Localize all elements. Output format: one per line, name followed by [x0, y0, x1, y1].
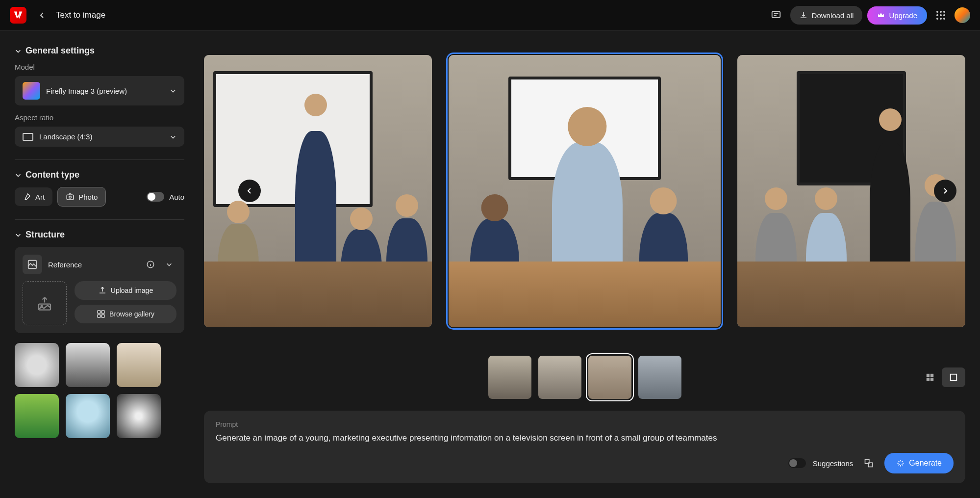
prompt-actions: Suggestions Generate: [216, 453, 954, 473]
prompt-text[interactable]: Generate an image of a young, marketing …: [216, 432, 954, 444]
thumbnail[interactable]: [488, 356, 531, 399]
grid-view-button[interactable]: [918, 367, 942, 387]
gallery-icon: [97, 310, 105, 318]
general-settings-header[interactable]: General settings: [15, 46, 184, 56]
image-placeholder: [449, 55, 721, 327]
art-type-button[interactable]: Art: [15, 187, 52, 206]
chevron-left-icon: [246, 187, 253, 195]
svg-rect-0: [772, 12, 780, 18]
content-type-row: Art Photo Auto: [15, 187, 184, 207]
aspect-select[interactable]: Landscape (4:3): [15, 127, 184, 147]
reference-actions: [142, 256, 176, 273]
preset-grid: [15, 343, 184, 438]
upgrade-button[interactable]: Upgrade: [867, 6, 927, 25]
divider: [15, 159, 184, 160]
svg-point-7: [936, 18, 938, 20]
chevron-right-icon: [941, 187, 949, 195]
chevron-down-icon: [15, 172, 22, 179]
gallery-prev-button[interactable]: [238, 180, 261, 202]
upload-image-button[interactable]: Upload image: [75, 281, 176, 300]
generate-button[interactable]: Generate: [884, 453, 954, 473]
browse-gallery-button[interactable]: Browse gallery: [75, 305, 176, 323]
comment-icon: [771, 10, 781, 21]
chevron-down-icon: [170, 133, 176, 140]
model-label: Model: [15, 63, 184, 71]
apps-grid-icon: [936, 10, 946, 20]
chevron-down-icon: [170, 87, 176, 94]
preset-thumb[interactable]: [15, 394, 59, 438]
gallery-next-button[interactable]: [934, 180, 956, 202]
auto-label: Auto: [169, 193, 184, 201]
download-all-label: Download all: [812, 11, 854, 20]
content-area: Prompt Generate an image of a young, mar…: [199, 31, 980, 498]
thumbnail-active[interactable]: [588, 356, 631, 399]
general-settings-title: General settings: [25, 46, 95, 56]
reference-icon: [27, 259, 38, 270]
structure-title: Structure: [25, 230, 65, 240]
upload-dropzone[interactable]: [23, 281, 67, 325]
reference-body: Upload image Browse gallery: [23, 281, 176, 325]
preset-thumb[interactable]: [117, 394, 161, 438]
reference-expand-button[interactable]: [162, 256, 176, 273]
aspect-value: Landscape (4:3): [39, 132, 92, 141]
aspect-rect-icon: [23, 133, 33, 141]
preset-thumb[interactable]: [117, 343, 161, 387]
suggestions-toggle[interactable]: [788, 458, 806, 468]
svg-point-3: [943, 11, 945, 13]
photo-type-button[interactable]: Photo: [57, 187, 106, 207]
prompt-label: Prompt: [216, 420, 954, 428]
thumbnail[interactable]: [538, 356, 581, 399]
adobe-logo[interactable]: [10, 7, 26, 24]
svg-rect-20: [927, 374, 930, 377]
aspect-label: Aspect ratio: [15, 113, 184, 122]
app-header: Text to image Download all Upgrade: [0, 0, 980, 31]
sparkle-icon: [896, 459, 905, 468]
generated-image-selected[interactable]: [449, 55, 721, 327]
apps-grid-button[interactable]: [932, 6, 950, 24]
svg-rect-18: [98, 315, 100, 317]
svg-point-1: [936, 11, 938, 13]
svg-point-11: [69, 196, 72, 199]
content-type-section: Content type Art Photo Auto: [15, 170, 184, 207]
model-thumb: [23, 82, 40, 100]
upload-image-label: Upload image: [111, 287, 153, 294]
main-layout: General settings Model Firefly Image 3 (…: [0, 31, 980, 498]
user-avatar[interactable]: [955, 7, 970, 23]
chevron-down-icon: [15, 48, 22, 54]
single-view-button[interactable]: [942, 367, 965, 387]
content-type-title: Content type: [25, 170, 79, 180]
generated-image[interactable]: [737, 55, 965, 327]
view-toggle: [918, 367, 965, 387]
grid-icon: [926, 373, 934, 382]
reference-buttons: Upload image Browse gallery: [75, 281, 176, 323]
structure-header[interactable]: Structure: [15, 230, 184, 240]
model-select[interactable]: Firefly Image 3 (preview): [15, 76, 184, 105]
header-actions: Download all Upgrade: [767, 6, 970, 25]
upload-icon: [98, 286, 107, 295]
svg-point-2: [940, 11, 942, 13]
generate-label: Generate: [909, 459, 942, 468]
general-settings-section: General settings Model Firefly Image 3 (…: [15, 46, 184, 147]
content-type-header[interactable]: Content type: [15, 170, 184, 180]
upload-image-icon: [36, 294, 53, 312]
reference-icon-box: [23, 255, 42, 274]
preset-thumb[interactable]: [66, 343, 110, 387]
comments-button[interactable]: [767, 6, 785, 25]
thumbnail-row: [204, 356, 965, 399]
single-icon: [949, 373, 958, 382]
preset-thumb[interactable]: [66, 394, 110, 438]
svg-point-6: [943, 14, 945, 16]
thumbnail[interactable]: [638, 356, 681, 399]
reference-header: Reference: [23, 255, 176, 274]
download-all-button[interactable]: Download all: [790, 6, 863, 25]
prompt-translate-button[interactable]: [860, 454, 878, 472]
svg-rect-10: [67, 195, 74, 200]
camera-icon: [66, 192, 75, 201]
back-button[interactable]: [35, 8, 49, 22]
svg-rect-16: [98, 311, 100, 313]
preset-thumb[interactable]: [15, 343, 59, 387]
prompt-box: Prompt Generate an image of a young, mar…: [204, 411, 965, 483]
translate-icon: [864, 458, 874, 468]
auto-toggle[interactable]: [147, 192, 164, 202]
reference-info-button[interactable]: [142, 256, 159, 273]
